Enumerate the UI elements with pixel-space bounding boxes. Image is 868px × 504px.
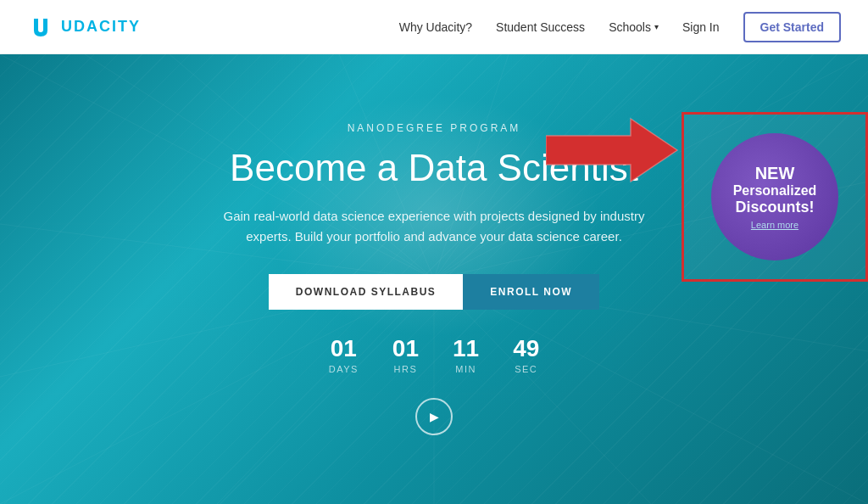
logo-text: UDACITY <box>61 18 141 36</box>
promo-badge[interactable]: NEW Personalized Discounts! Learn more <box>711 133 838 260</box>
countdown-min-label: MIN <box>455 364 476 374</box>
hero-buttons: DOWNLOAD SYLLABUS ENROLL NOW <box>269 274 599 310</box>
download-syllabus-button[interactable]: DOWNLOAD SYLLABUS <box>269 274 464 310</box>
countdown-days-label: DAYS <box>329 364 359 374</box>
navbar: UDACITY Why Udacity? Student Success Sch… <box>0 0 868 54</box>
countdown-min-value: 11 <box>453 337 479 361</box>
get-started-button[interactable]: Get Started <box>743 12 841 42</box>
countdown-sec-label: SEC <box>515 364 537 374</box>
countdown-min: 11 MIN <box>453 337 479 374</box>
countdown-sec: 49 SEC <box>513 337 539 374</box>
logo-area: UDACITY <box>27 14 141 41</box>
nav-why-udacity[interactable]: Why Udacity? <box>399 20 472 34</box>
promo-new-text: NEW <box>755 164 795 182</box>
play-button[interactable]: ▶ <box>415 398 453 435</box>
udacity-logo-icon <box>27 14 54 41</box>
nav-student-success[interactable]: Student Success <box>496 20 585 34</box>
promo-arrow <box>546 112 682 188</box>
promo-personalized-text: Personalized <box>733 182 817 199</box>
countdown-hrs-label: HRS <box>394 364 418 374</box>
promo-discounts-text: Discounts! <box>735 199 814 216</box>
hero-section: NANODEGREE PROGRAM Become a Data Scienti… <box>0 54 868 504</box>
countdown-days-value: 01 <box>331 337 357 361</box>
nav-schools[interactable]: Schools ▾ <box>609 20 659 34</box>
countdown-days: 01 DAYS <box>329 337 359 374</box>
nav-schools-label: Schools <box>609 20 651 34</box>
countdown-hrs-value: 01 <box>392 337 419 361</box>
hero-subtitle: Gain real-world data science experience … <box>214 206 654 247</box>
promo-learn-more-link[interactable]: Learn more <box>751 220 798 230</box>
nanodegree-label: NANODEGREE PROGRAM <box>348 122 521 134</box>
nav-links: Why Udacity? Student Success Schools ▾ S… <box>399 12 841 42</box>
chevron-down-icon: ▾ <box>654 22 659 31</box>
enroll-now-button[interactable]: ENROLL NOW <box>463 274 599 310</box>
promo-overlay: NEW Personalized Discounts! Learn more <box>682 112 868 282</box>
countdown-sec-value: 49 <box>513 337 539 361</box>
svg-marker-23 <box>546 119 677 182</box>
countdown-hrs: 01 HRS <box>392 337 419 374</box>
nav-sign-in[interactable]: Sign In <box>682 20 720 34</box>
play-icon: ▶ <box>430 410 439 423</box>
countdown-timer: 01 DAYS 01 HRS 11 MIN 49 SEC <box>329 337 540 374</box>
